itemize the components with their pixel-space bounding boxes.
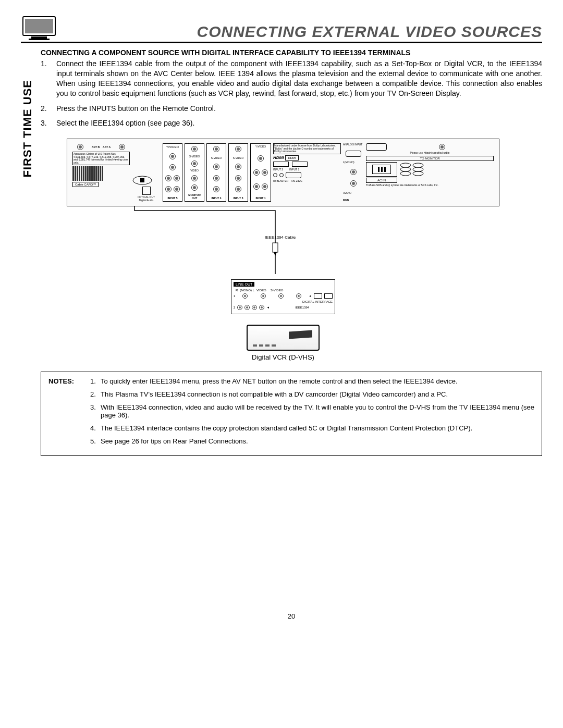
rear-panel-diagram: ANT B ANT A Apparatus Claims of U.S Pate… bbox=[67, 139, 499, 206]
vcr-device-icon bbox=[247, 325, 320, 351]
antenna-jack bbox=[77, 144, 83, 150]
note-text: See page 26 for tips on Rear Panel Conne… bbox=[101, 437, 534, 450]
trubass-note: TruBass SRS and (•) symbol are trademark… bbox=[366, 184, 494, 187]
connection-diagram: ANT B ANT A Apparatus Claims of U.S Pate… bbox=[67, 139, 499, 361]
ieee1394-port bbox=[324, 293, 333, 299]
page-header: CONNECTING EXTERNAL VIDEO SOURCES bbox=[21, 16, 542, 43]
vent-icon bbox=[399, 162, 425, 177]
note-text: This Plasma TV's IEEE1394 connection is … bbox=[101, 390, 534, 403]
switch-icon bbox=[132, 175, 153, 186]
patent-note: Apparatus Claims of U.S Patent Nos. 4,63… bbox=[72, 152, 130, 165]
step-list: 1. Connect the IEEE1394 cable from the o… bbox=[41, 59, 542, 128]
ir-blaster-label: IR BLASTER bbox=[273, 179, 288, 182]
yvideo-label: Y/VIDEO bbox=[165, 145, 180, 149]
page-title: CONNECTING EXTERNAL VIDEO SOURCES bbox=[68, 23, 542, 41]
notes-box: NOTES: 1. To quickly enter IEEE1394 menu… bbox=[41, 372, 542, 456]
ant-b-label: ANT B bbox=[92, 145, 100, 149]
vent-grille bbox=[72, 166, 130, 181]
ieee1394-port bbox=[314, 293, 322, 299]
svg-point-9 bbox=[413, 163, 423, 167]
notes-label: NOTES: bbox=[48, 377, 90, 390]
cable-card-label: Cable CARD™ bbox=[72, 182, 99, 187]
page-number: 20 bbox=[41, 612, 542, 620]
monitor-out-label: MONITOR OUT bbox=[187, 193, 202, 200]
input4-block: S-VIDEO INPUT 4 bbox=[206, 143, 226, 202]
step-item: 3. Select the IEEE1394 option (see page … bbox=[41, 118, 542, 128]
svg-rect-1 bbox=[25, 19, 53, 33]
to-monitor-label: TO MONITOR bbox=[366, 156, 494, 161]
antenna-jack bbox=[119, 144, 125, 150]
hdmi-port bbox=[292, 162, 308, 167]
svg-rect-12 bbox=[273, 243, 278, 252]
port-icon bbox=[142, 187, 151, 195]
note-number: 2. bbox=[90, 390, 101, 403]
note-text: The IEEE1394 interface contains the copy… bbox=[101, 424, 534, 437]
note-number: 3. bbox=[90, 403, 101, 424]
input3-label: INPUT 3 bbox=[230, 196, 246, 200]
svg-point-8 bbox=[400, 171, 411, 176]
note-number: 5. bbox=[90, 437, 101, 450]
side-label: FIRST TIME USE bbox=[21, 80, 34, 178]
vcr-back-panel: LINE OUT R (MONO) L VIDEO S-VIDEO 1 ◄ bbox=[231, 279, 335, 314]
hdmi-logo: HDMI bbox=[273, 155, 284, 160]
input2-label: INPUT 2 bbox=[273, 168, 283, 171]
input1-block: Y/VIDEO INPUT 1 bbox=[250, 143, 271, 202]
step-text: Connect the IEEE1394 cable from the outp… bbox=[56, 59, 542, 98]
svg-rect-2 bbox=[31, 36, 47, 39]
tv-icon bbox=[21, 16, 57, 41]
input5-block: Y/VIDEO INPUT 5 bbox=[163, 143, 182, 202]
note-number: 4. bbox=[90, 424, 101, 437]
input3-block: S-VIDEO INPUT 3 bbox=[228, 143, 248, 202]
input4-label: INPUT 4 bbox=[209, 196, 224, 200]
jack bbox=[439, 144, 445, 150]
rgb-label: RGB bbox=[343, 199, 364, 202]
hdmi-port bbox=[273, 162, 289, 167]
input5-label: INPUT 5 bbox=[165, 196, 180, 200]
vcr-caption: Digital VCR (D-VHS) bbox=[67, 353, 499, 361]
input1-label: INPUT 1 bbox=[289, 168, 299, 171]
svg-point-6 bbox=[400, 163, 411, 167]
vga-port bbox=[346, 151, 361, 157]
dolby-note: Manufactured under license from Dolby La… bbox=[273, 143, 341, 154]
step-number: 1. bbox=[41, 59, 56, 98]
section-heading: CONNECTING A COMPONENT SOURCE WITH DIGIT… bbox=[41, 48, 542, 57]
input1-label: INPUT 1 bbox=[252, 196, 269, 200]
rs232c-label: RS-232C bbox=[291, 179, 302, 182]
monitor-out-block: S-VIDEO VIDEO MONITOR OUT bbox=[185, 143, 204, 202]
note-number: 1. bbox=[90, 377, 101, 390]
analog-input-label: ANALOG INPUT bbox=[343, 143, 364, 146]
note-text: To quickly enter IEEE1394 menu, press th… bbox=[101, 377, 534, 390]
step-text: Select the IEEE1394 option (see page 36)… bbox=[56, 118, 542, 128]
svg-point-7 bbox=[400, 167, 411, 171]
note-text: With IEEE1394 connection, video and audi… bbox=[101, 403, 534, 424]
step-item: 2. Press the INPUTS button on the Remote… bbox=[41, 104, 542, 114]
step-number: 2. bbox=[41, 104, 56, 114]
cable-label: IEEE1394 Cable bbox=[265, 235, 296, 240]
step-item: 1. Connect the IEEE1394 cable from the o… bbox=[41, 59, 542, 98]
hitachi-note: Please use Hitachi specified cable bbox=[366, 152, 494, 155]
svg-rect-5 bbox=[140, 178, 144, 182]
connector-port bbox=[366, 143, 387, 151]
step-number: 3. bbox=[41, 118, 56, 128]
svg-rect-3 bbox=[29, 39, 50, 40]
svg-point-10 bbox=[413, 167, 423, 171]
digital-audio-label: Digital Audio bbox=[132, 199, 161, 202]
vga-port bbox=[286, 172, 301, 178]
hdmi-label: HDMI bbox=[285, 155, 298, 161]
step-text: Press the INPUTS button on the Remote Co… bbox=[56, 104, 542, 114]
ac-in-label: AC IN bbox=[366, 178, 397, 183]
line-out-label: LINE OUT bbox=[234, 282, 254, 287]
ant-a-label: ANT A bbox=[103, 145, 111, 149]
svg-point-11 bbox=[413, 171, 423, 176]
cable-connection: IEEE1394 Cable bbox=[67, 206, 499, 279]
